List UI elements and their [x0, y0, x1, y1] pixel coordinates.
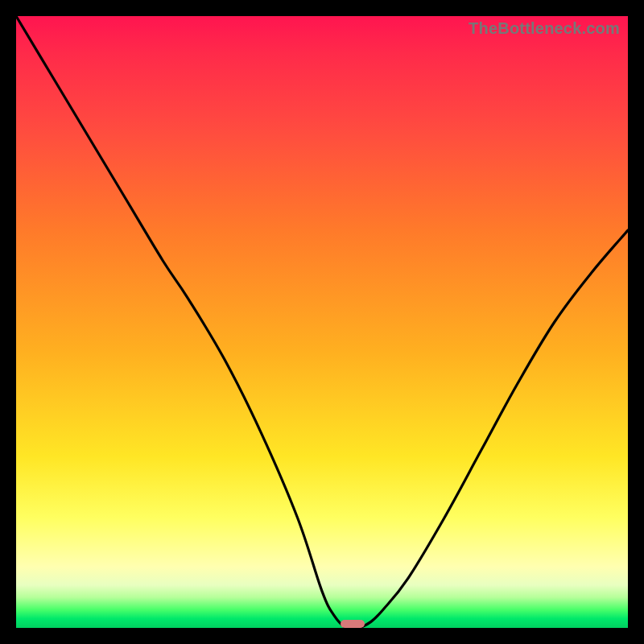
bottleneck-curve — [16, 16, 628, 628]
chart-frame: TheBottleneck.com — [0, 0, 644, 644]
plot-area: TheBottleneck.com — [16, 16, 628, 628]
optimum-marker — [341, 620, 365, 628]
